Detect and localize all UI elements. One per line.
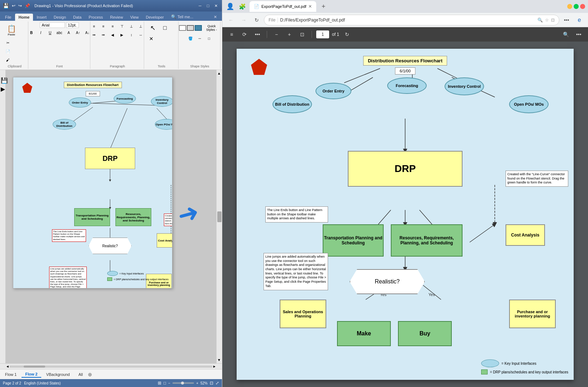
add-shape-icon[interactable]: ▶: [1, 86, 5, 92]
win-maximize[interactable]: [574, 4, 579, 9]
italic-button[interactable]: I: [37, 29, 45, 37]
tab-review[interactable]: Review: [106, 14, 127, 21]
pdf-rotate2-btn[interactable]: ↻: [342, 29, 352, 39]
lg-cost-analysis[interactable]: Cost Analysis: [506, 224, 545, 246]
format-painter[interactable]: 🖌: [4, 56, 12, 64]
tab-view[interactable]: View: [127, 14, 142, 21]
inventory-control-node[interactable]: Inventory Control: [151, 96, 172, 107]
tab-tell-me[interactable]: 🔍 Tell me...: [167, 13, 197, 21]
scroll-h-thumb[interactable]: [24, 366, 45, 368]
transport-planning-node[interactable]: Transportation Planning and Scheduling: [74, 208, 110, 226]
fill-button[interactable]: 🪣: [186, 34, 195, 42]
shape-tool[interactable]: □: [159, 22, 171, 34]
visio-diagram-page[interactable]: Yes Yes Distribution Resources Flowchart…: [13, 77, 172, 288]
align-bottom[interactable]: ⊥: [136, 22, 145, 30]
canvas-content[interactable]: Yes Yes Distribution Resources Flowchart…: [6, 70, 216, 363]
style-sample-2[interactable]: [187, 25, 194, 31]
align-left[interactable]: ≡: [90, 22, 98, 30]
tab-home[interactable]: Home: [15, 14, 33, 21]
indent-dec[interactable]: ◀: [108, 31, 117, 39]
align-right[interactable]: ≡: [108, 22, 117, 30]
pdf-page-input[interactable]: [316, 30, 329, 38]
save-icon[interactable]: 💾: [3, 3, 9, 9]
edge-icon[interactable]: e: [574, 14, 585, 26]
pdf-content[interactable]: Yes Yes Distribution Resources Flowchart…: [222, 42, 588, 387]
add-tab[interactable]: ⊕: [88, 372, 92, 377]
underline-button[interactable]: U: [46, 29, 54, 37]
lg-transport[interactable]: Transportation Planning and Scheduling: [323, 224, 384, 257]
pdf-more2-btn[interactable]: •••: [574, 29, 584, 39]
style-sample-3[interactable]: [195, 25, 202, 31]
text-dir[interactable]: ↕: [127, 31, 136, 39]
lg-open-pos[interactable]: Open POs/ MOs: [509, 95, 549, 113]
zoom-slider[interactable]: [172, 382, 194, 384]
bullets[interactable]: ≔: [90, 31, 98, 39]
bold-button[interactable]: B: [27, 29, 36, 37]
font-color-button[interactable]: A: [65, 29, 73, 37]
close-button[interactable]: ✕: [213, 3, 219, 9]
redo-icon[interactable]: ↪: [18, 3, 22, 8]
font-size-dropdown[interactable]: 12pt.: [66, 22, 79, 28]
pdf-menu-btn[interactable]: ≡: [227, 29, 237, 39]
eraser-tool[interactable]: ✕: [147, 34, 156, 43]
font-name-dropdown[interactable]: Arial: [40, 22, 65, 28]
tab-flow2[interactable]: Flow 2: [22, 371, 41, 378]
lg-realistic[interactable]: Realistic?: [350, 269, 425, 294]
pointer-tool[interactable]: ↖: [147, 22, 158, 34]
realistic-node[interactable]: Realistic?: [89, 238, 132, 254]
tab-file[interactable]: File: [1, 14, 15, 21]
open-pos-node[interactable]: Open POs/ MOs: [155, 119, 172, 130]
browser-profile[interactable]: 👤: [225, 1, 235, 11]
zoom-in-btn[interactable]: +: [196, 381, 198, 385]
more-options[interactable]: •••: [561, 14, 572, 26]
indent-inc[interactable]: ▶: [118, 31, 126, 39]
horizontal-scrollbar[interactable]: ◄ ►: [0, 363, 222, 369]
lg-drp[interactable]: DRP: [348, 151, 463, 187]
browser-extension[interactable]: 🧩: [237, 1, 247, 11]
cost-analysis-node[interactable]: Cost Analysis: [157, 233, 172, 248]
drp-node[interactable]: DRP: [85, 148, 135, 169]
resources-node[interactable]: Resources, Requirements, Planning, and S…: [115, 208, 151, 226]
scroll-thumb[interactable]: [217, 211, 222, 222]
lg-buy[interactable]: Buy: [398, 321, 452, 346]
pin-icon[interactable]: 📌: [25, 3, 30, 8]
fit-page-btn[interactable]: ⊡: [210, 381, 213, 386]
cut-button[interactable]: ✂: [4, 39, 12, 47]
pdf-search-btn[interactable]: 🔍: [561, 29, 571, 39]
refresh-btn[interactable]: ↻: [251, 14, 262, 26]
zoom-slider-thumb[interactable]: [181, 382, 184, 384]
layout-icon[interactable]: ⊞: [158, 381, 161, 386]
style-sample-1[interactable]: [179, 25, 186, 31]
align-top[interactable]: ⊤: [118, 22, 126, 30]
reader-mode-icon[interactable]: ⊡: [551, 18, 555, 23]
align-middle[interactable]: ⊥: [127, 22, 136, 30]
maximize-button[interactable]: □: [205, 3, 211, 9]
close-ribbon[interactable]: ✕: [210, 13, 220, 21]
scroll-down[interactable]: ▼: [217, 358, 221, 362]
lg-forecasting[interactable]: Forecasting: [387, 77, 427, 94]
tab-vbackground[interactable]: VBackground: [43, 372, 74, 377]
pdf-rotate-btn[interactable]: ⟳: [240, 29, 250, 39]
back-btn[interactable]: ←: [225, 14, 237, 26]
scroll-right[interactable]: ►: [213, 364, 216, 368]
scroll-up[interactable]: ▲: [217, 71, 221, 75]
tab-data[interactable]: Data: [70, 14, 85, 21]
tab-developer[interactable]: Developer: [142, 14, 167, 21]
vertical-scrollbar[interactable]: ▲ ▼: [216, 70, 222, 363]
shadow[interactable]: □: [205, 34, 213, 42]
tab-all[interactable]: All: [75, 372, 86, 377]
address-bar[interactable]: File D:/Files/ExportPageToPdf_out.pdf 🔍 …: [264, 15, 559, 25]
browser-tab-pdf[interactable]: 📄 ExportPageToPdf_out.pdf ✕: [250, 1, 316, 12]
zoom-out-btn[interactable]: −: [168, 381, 170, 385]
strikethrough-button[interactable]: abc: [55, 29, 64, 37]
line-style[interactable]: ─: [195, 34, 204, 42]
pdf-more-btn[interactable]: •••: [252, 29, 262, 39]
new-tab-btn[interactable]: +: [318, 1, 328, 11]
tab-flow1[interactable]: Flow 1: [1, 372, 20, 377]
scroll-left[interactable]: ◄: [6, 364, 9, 368]
zoom-icon[interactable]: 🔍: [537, 18, 543, 23]
pdf-zoom-out[interactable]: −: [271, 29, 281, 39]
copy-button[interactable]: 📄: [4, 47, 12, 55]
order-entry-node[interactable]: Order Entry: [69, 97, 91, 108]
lg-sales[interactable]: Sales and Operations Planning: [280, 300, 326, 328]
